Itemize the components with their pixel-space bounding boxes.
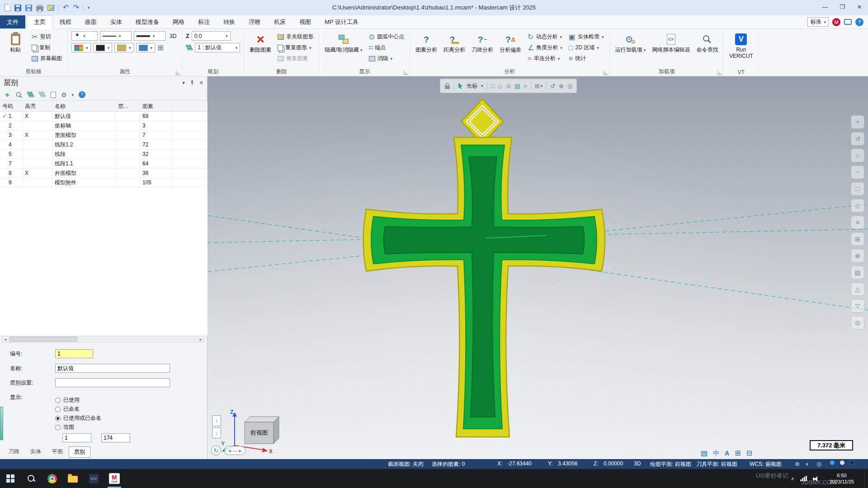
radio-used[interactable]: 已使用: [55, 396, 80, 404]
tplane-status[interactable]: 刀具平面: 前视图: [696, 460, 737, 468]
hide-button[interactable]: 消隐▾: [367, 54, 406, 63]
analyze-dynamic-button[interactable]: ↻动态分析▾: [526, 32, 564, 42]
tab-model-prep[interactable]: 模型准备: [129, 15, 166, 28]
gear-chevron-icon[interactable]: ▾: [72, 93, 74, 97]
center-icon[interactable]: 中: [713, 450, 719, 456]
maximize-button[interactable]: ❐: [834, 0, 851, 14]
layers-tool-icon[interactable]: ▤: [851, 266, 864, 279]
level-name-input[interactable]: [55, 364, 170, 373]
zoom-out-icon[interactable]: ↓: [212, 427, 221, 438]
select-window-icon[interactable]: □: [491, 83, 495, 89]
pan-slider[interactable]: ◂—▸: [224, 446, 245, 455]
view-cube[interactable]: 前视图: [245, 417, 279, 444]
2d-area-button[interactable]: □2D 区域▾: [567, 43, 606, 52]
attributes-grid-icon[interactable]: ⊞: [157, 44, 163, 52]
save-icon[interactable]: [14, 5, 21, 11]
cursor-chevron-icon[interactable]: ▾: [481, 84, 483, 88]
level-number-input[interactable]: [55, 349, 93, 358]
col-entities[interactable]: 图素: [140, 102, 172, 111]
col-level[interactable]: 层...: [116, 102, 140, 111]
select-area-icon[interactable]: ▤: [514, 83, 520, 89]
range-to-input[interactable]: [101, 433, 130, 442]
range-from-input[interactable]: [62, 433, 91, 442]
close-button[interactable]: ✕: [851, 0, 868, 14]
rect-tool-icon[interactable]: □: [851, 182, 864, 196]
levels-stack-icon[interactable]: [27, 92, 34, 98]
grid-tool-icon[interactable]: ⊞: [851, 232, 864, 246]
select-polygon-icon[interactable]: ◇: [498, 83, 502, 89]
diamond-tool-icon[interactable]: ◇: [851, 199, 864, 212]
analyze-angle-button[interactable]: ∠角度分析▾: [526, 43, 564, 52]
graphics-viewport[interactable]: 光标 ▾ □ ◇ ⊙ ▤ ≈ ⊞ ▾ ↺ ⊕ ◎ ＋ ↺ ○ ~ □ ◇ ≡ ⊞…: [208, 76, 868, 459]
tab-toolpaths[interactable]: 刀路: [4, 446, 24, 458]
report-sheet-icon[interactable]: [51, 92, 56, 98]
col-name[interactable]: 名称: [52, 102, 116, 111]
scroll-left-icon[interactable]: ◂: [2, 336, 9, 342]
search-icon[interactable]: [16, 92, 22, 98]
script-editor-button[interactable]: C# 网络脚本编辑器: [650, 31, 692, 55]
restore-entities-button[interactable]: 恢复图素: [276, 54, 315, 63]
paste-button[interactable]: 粘贴: [4, 31, 27, 55]
levels-table-header[interactable]: 号码 高亮 名称 层... 图素: [0, 102, 208, 112]
delete-duplicates-button[interactable]: 重复图形▾: [276, 43, 315, 52]
delete-entities-button[interactable]: × 删除图素: [248, 31, 273, 55]
level-row[interactable]: 7线段1.164: [0, 159, 208, 169]
arc-centers-button[interactable]: ⊙圆弧中心点: [367, 32, 406, 42]
analyze-distance-button[interactable]: ? 距离分析: [442, 31, 467, 55]
new-file-icon[interactable]: [5, 4, 10, 11]
radio-named[interactable]: 已命名: [55, 405, 80, 413]
curve-tool-icon[interactable]: ~: [851, 165, 864, 179]
save-as-icon[interactable]: [25, 5, 32, 11]
feedback-icon[interactable]: [844, 19, 852, 25]
cross-inner-panel[interactable]: [384, 157, 585, 417]
cursor-mode-label[interactable]: 光标: [467, 82, 477, 90]
tab-solids-panel[interactable]: 实体: [25, 446, 46, 458]
horizontal-scrollbar[interactable]: ◂ ▸: [2, 336, 204, 343]
status-dot-blue[interactable]: [830, 460, 835, 465]
mode-3d-toggle[interactable]: 3D: [634, 460, 641, 467]
pin-icon[interactable]: [189, 80, 195, 86]
show-desktop-button[interactable]: [864, 469, 866, 488]
solid-check-button[interactable]: ▣实体检查▾: [567, 32, 606, 42]
wcs-status[interactable]: WCS: 俯视图: [750, 460, 782, 468]
customize-qat-icon[interactable]: ▾: [88, 5, 90, 10]
cut-button[interactable]: ✂剪切: [30, 32, 64, 42]
contrast-icon[interactable]: ◐: [806, 460, 809, 467]
taskbar-browser-button[interactable]: [42, 469, 62, 488]
target-tool-icon[interactable]: ◎: [851, 316, 864, 329]
radio-used-or-named[interactable]: 已使用或已命名: [55, 414, 101, 422]
level-row[interactable]: 5线段32: [0, 150, 208, 159]
point-style-combo[interactable]: ＊▾: [71, 31, 98, 41]
tab-machine[interactable]: 机床: [267, 15, 292, 28]
panel-chevron-icon[interactable]: ▾: [182, 80, 185, 86]
level-row[interactable]: 8X外面模型36: [0, 169, 208, 178]
cplane-status[interactable]: 绘图平面: 前视图: [650, 460, 691, 468]
level-row[interactable]: 4线段1.272: [0, 140, 208, 150]
level-set-input[interactable]: [55, 378, 170, 387]
panel-help-icon[interactable]: ?: [79, 91, 85, 98]
tab-planes[interactable]: 平面: [47, 446, 68, 458]
network-icon[interactable]: [800, 476, 807, 481]
tab-solids[interactable]: 实体: [104, 15, 129, 28]
level-row[interactable]: 3X里面模型7: [0, 131, 208, 140]
tab-surfaces[interactable]: 曲面: [78, 15, 104, 28]
redo-icon[interactable]: ↷: [73, 4, 79, 11]
sheet-view-icon[interactable]: ▤: [701, 450, 708, 457]
selection-grid-icon[interactable]: ⊞ ▾: [535, 83, 542, 89]
select-rotate-icon[interactable]: ↺: [550, 83, 555, 89]
undo-icon[interactable]: ↶: [63, 4, 69, 11]
col-highlight[interactable]: 高亮: [23, 102, 52, 111]
line-width-combo[interactable]: ▾: [134, 31, 165, 41]
select-vector-icon[interactable]: ≈: [524, 83, 527, 89]
add-tool-icon[interactable]: ⊕: [851, 249, 864, 263]
taskbar-search-button[interactable]: [21, 469, 42, 488]
gear-icon[interactable]: ⚙: [61, 91, 67, 99]
taskbar-clock[interactable]: 6:50 2023/11/25: [826, 472, 858, 485]
run-vericut-button[interactable]: V Run VERICUT: [727, 31, 755, 61]
tab-wireframe[interactable]: 线框: [53, 15, 78, 28]
taskbar-explorer-button[interactable]: [62, 469, 83, 488]
status-dot-dark[interactable]: [850, 460, 854, 465]
volume-icon[interactable]: [813, 476, 820, 482]
lock-icon[interactable]: [444, 83, 450, 89]
2d3d-toggle-button[interactable]: 3D: [168, 31, 178, 41]
